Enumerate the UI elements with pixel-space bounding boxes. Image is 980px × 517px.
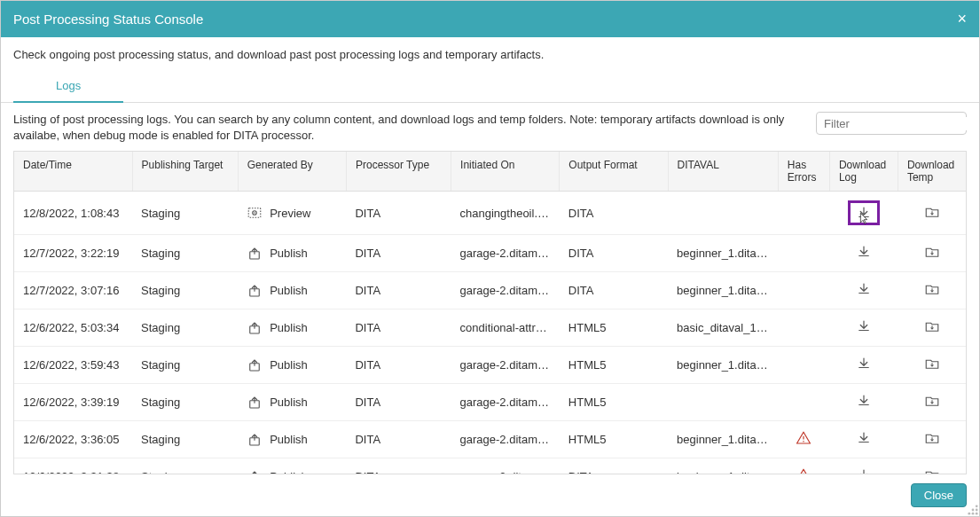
highlighted-download[interactable] [848, 200, 880, 225]
download-temp-icon[interactable] [924, 244, 940, 260]
cell-generated-by: Publish [238, 421, 346, 458]
download-temp-icon[interactable] [924, 281, 940, 297]
cell-publishing-target: Staging [132, 347, 238, 384]
listing-description: Listing of post processing logs. You can… [13, 112, 805, 144]
preview-icon [247, 205, 263, 221]
generated-by-label: Publish [270, 284, 308, 297]
close-icon[interactable]: × [957, 10, 967, 28]
col-datetime[interactable]: Date/Time [14, 152, 132, 192]
cell-datetime: 12/6/2022, 5:03:34 [14, 309, 132, 347]
cell-output-format: HTML5 [560, 309, 668, 347]
cell-download-log [829, 192, 898, 235]
generated-by-label: Publish [270, 247, 308, 260]
cell-output-format: HTML5 [560, 384, 668, 421]
modal-title: Post Processing Status Console [13, 12, 203, 27]
cell-initiated-on: garage-2.ditamap (a [451, 421, 560, 458]
col-download-temp[interactable]: Download Temp [898, 152, 966, 192]
download-log-icon[interactable] [856, 467, 872, 474]
cell-download-temp [898, 384, 966, 421]
cell-output-format: DITA [560, 458, 668, 474]
col-ditaval[interactable]: DITAVAL [668, 152, 778, 192]
cell-download-log [829, 384, 898, 421]
download-log-icon[interactable] [856, 430, 872, 446]
tab-logs[interactable]: Logs [13, 70, 123, 103]
cell-generated-by: Publish [238, 347, 346, 384]
cell-generated-by: Publish [238, 309, 346, 347]
publish-icon [247, 283, 263, 299]
cell-publishing-target: Staging [132, 384, 238, 421]
cell-processor-type: DITA [346, 235, 451, 272]
tabs: Logs [1, 70, 979, 103]
cell-initiated-on: garage-2.ditamap (a [451, 458, 560, 474]
generated-by-label: Publish [270, 358, 308, 372]
modal-subtext: Check ongoing post processing status, an… [1, 37, 979, 70]
cell-datetime: 12/8/2022, 1:08:43 [14, 192, 132, 235]
cell-initiated-on: changingtheoil.dita [451, 192, 560, 235]
cell-has-errors [778, 272, 829, 309]
generated-by-label: Publish [270, 321, 308, 334]
cell-download-temp [898, 235, 966, 272]
col-generated-by[interactable]: Generated By [238, 152, 346, 192]
cell-datetime: 12/7/2022, 3:07:16 [14, 272, 132, 309]
download-temp-icon[interactable] [924, 318, 940, 334]
cell-download-temp [898, 272, 966, 309]
cell-ditaval: beginner_1.ditaval [668, 421, 778, 458]
download-log-icon[interactable] [856, 281, 872, 297]
warning-icon [796, 467, 811, 474]
cell-processor-type: DITA [346, 192, 451, 235]
download-temp-icon[interactable] [924, 356, 940, 372]
cell-ditaval: beginner_1.ditaval [668, 272, 778, 309]
cell-output-format: DITA [560, 235, 668, 272]
cell-output-format: DITA [560, 192, 668, 235]
download-log-icon[interactable] [856, 244, 872, 260]
cell-processor-type: DITA [346, 458, 451, 474]
cell-output-format: DITA [560, 272, 668, 309]
cell-download-log [829, 309, 898, 347]
modal-header: Post Processing Status Console × [1, 1, 979, 37]
download-temp-icon[interactable] [924, 393, 940, 409]
download-log-icon[interactable] [856, 318, 872, 334]
cell-download-temp [898, 421, 966, 458]
cell-download-temp [898, 192, 966, 235]
publish-icon [247, 320, 263, 336]
download-log-icon[interactable] [856, 356, 872, 372]
cell-processor-type: DITA [346, 272, 451, 309]
cell-has-errors [778, 347, 829, 384]
filter-box[interactable] [816, 112, 967, 135]
cell-ditaval: basic_ditaval_1.dita [668, 309, 778, 347]
col-has-errors[interactable]: Has Errors [778, 152, 829, 192]
download-log-icon[interactable] [856, 393, 872, 409]
download-temp-icon[interactable] [924, 204, 940, 220]
resize-grip-icon[interactable] [967, 504, 979, 516]
svg-point-2 [976, 505, 978, 507]
col-initiated-on[interactable]: Initiated On [451, 152, 560, 192]
cell-download-temp [898, 309, 966, 347]
cell-generated-by: Publish [238, 235, 346, 272]
cell-ditaval: beginner_1.ditaval [668, 235, 778, 272]
download-temp-icon[interactable] [924, 467, 940, 474]
generated-by-label: Preview [270, 207, 310, 220]
svg-point-4 [972, 509, 975, 512]
cell-datetime: 12/6/2022, 3:36:05 [14, 421, 132, 458]
cell-publishing-target: Staging [132, 272, 238, 309]
modal-body: Listing of post processing logs. You can… [1, 103, 979, 474]
col-publishing-target[interactable]: Publishing Target [132, 152, 238, 192]
logs-table: Date/Time Publishing Target Generated By… [14, 152, 966, 474]
download-temp-icon[interactable] [924, 430, 940, 446]
table-header-row: Date/Time Publishing Target Generated By… [14, 152, 966, 192]
cell-output-format: HTML5 [560, 421, 668, 458]
table-row: 12/7/2022, 3:07:16StagingPublishDITAgara… [14, 272, 966, 309]
close-button[interactable]: Close [911, 483, 967, 507]
svg-point-5 [976, 513, 978, 515]
col-output-format[interactable]: Output Format [560, 152, 668, 192]
cell-output-format: HTML5 [560, 347, 668, 384]
table-scroll[interactable]: Date/Time Publishing Target Generated By… [13, 151, 967, 474]
cell-publishing-target: Staging [132, 192, 238, 235]
cell-initiated-on: garage-2.ditamap (a [451, 347, 560, 384]
col-processor-type[interactable]: Processor Type [346, 152, 451, 192]
table-row: 12/8/2022, 1:08:43StagingPreviewDITAchan… [14, 192, 966, 235]
cell-has-errors [778, 309, 829, 347]
col-download-log[interactable]: Download Log [829, 152, 898, 192]
cell-datetime: 12/7/2022, 3:22:19 [14, 235, 132, 272]
filter-input[interactable] [824, 117, 973, 130]
